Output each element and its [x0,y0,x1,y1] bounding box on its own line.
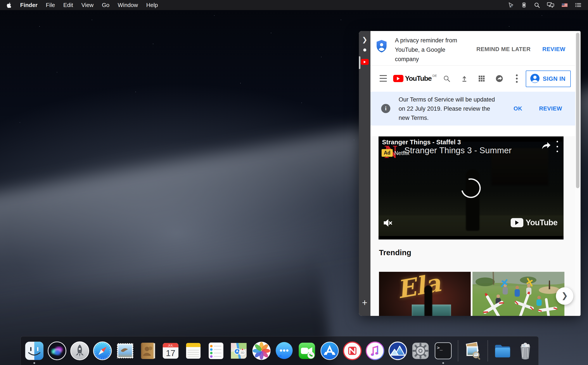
reminders-icon [206,341,226,361]
search-icon[interactable] [443,75,451,83]
dock-item-calendar[interactable]: JUL17 [161,341,181,361]
input-source-flag-icon[interactable] [561,3,568,8]
hamburger-icon[interactable] [380,75,387,82]
facetime-icon [297,341,317,361]
dock-item-app-store[interactable] [319,341,340,361]
youtube-play-icon [393,75,404,82]
dock-item-downloads-folder[interactable] [493,341,513,361]
muted-speaker-icon[interactable] [383,218,393,229]
privacy-banner: A privacy reminder from YouTube, a Googl… [370,31,575,65]
tab-dot[interactable] [363,49,366,51]
battery-icon[interactable] [521,2,527,8]
dock-item-siri[interactable] [47,341,67,361]
dock-item-itunes[interactable] [365,341,385,361]
silhouette-shape [425,285,432,316]
menu-item-help[interactable]: Help [142,2,162,8]
avatar-icon [530,74,540,84]
youtube-play-icon [511,218,523,227]
dock-item-notes[interactable] [183,341,203,361]
panel-scrollbar [575,31,581,316]
menu-item-view[interactable]: View [77,2,98,8]
downloads-folder-icon [493,341,513,361]
airplanes-artwork [473,272,564,316]
menu-item-app-name[interactable]: Finder [16,2,42,8]
youtube-watermark[interactable]: YouTube [511,218,557,227]
dock: JUL173D>_ [21,336,539,365]
messages-icon[interactable] [495,75,503,83]
share-icon[interactable] [541,141,551,150]
menu-item-go[interactable]: Go [98,2,113,8]
terminal-icon: >_ [433,341,453,361]
add-tab-button[interactable]: + [359,298,370,308]
video-thumbnail-airplanes[interactable] [473,272,564,316]
dock-item-safari[interactable] [92,341,113,361]
dock-item-system-preferences[interactable] [411,341,431,361]
contacts-icon [138,341,158,361]
dock-item-photos[interactable] [251,341,271,361]
terms-ok-button[interactable]: OK [514,105,522,112]
menu-item-window[interactable]: Window [113,2,142,8]
trash-icon [515,341,535,361]
apps-grid-icon[interactable] [478,75,486,83]
privacy-review-button[interactable]: REVIEW [542,46,566,53]
dock-item-reminders[interactable] [206,341,226,361]
photos-icon [251,341,271,361]
active-tab-indicator [359,56,360,69]
scrollbar-thumb[interactable] [576,33,580,188]
youtube-tab[interactable] [361,59,369,65]
dock-item-contacts[interactable] [138,341,158,361]
youtube-logo[interactable]: YouTube DE [393,74,437,83]
remind-me-later-button[interactable]: REMIND ME LATER [476,46,531,53]
terms-notice: i Our Terms of Service will be updated o… [370,92,575,126]
pointer-icon[interactable] [508,2,514,8]
dock-item-mail[interactable] [115,341,135,361]
dock-separator [488,340,488,362]
news-icon [342,341,362,361]
ad-badge: Ad [382,149,393,157]
upload-icon[interactable] [460,75,468,83]
panel-content: A privacy reminder from YouTube, a Googl… [370,31,575,316]
system-preferences-icon [411,341,431,361]
video-player[interactable]: Stranger Things - Staffel 3 N Ad Netflix… [379,136,564,239]
carousel-next-button[interactable]: ❯ [556,287,573,305]
menu-item-edit[interactable]: Edit [59,2,77,8]
dock-item-news[interactable] [342,341,362,361]
info-icon: i [381,104,390,113]
more-vertical-icon[interactable] [513,75,521,83]
displays-icon[interactable] [547,2,554,8]
notification-list-icon[interactable] [575,2,581,8]
app-store-icon [319,341,340,361]
calendar-icon: JUL17 [161,341,181,361]
collapse-panel-button[interactable]: ❯ [359,36,370,43]
advertiser-label: Netflix [394,150,409,156]
dock-item-mountain-app[interactable] [388,341,408,361]
dock-item-facetime[interactable] [297,341,317,361]
dock-item-preview[interactable] [463,341,483,361]
dock-item-trash[interactable] [515,341,535,361]
trending-heading: Trending [379,248,411,257]
terms-review-button[interactable]: REVIEW [539,105,562,112]
video-thumbnail-ela[interactable]: Ela [379,272,471,316]
sign-in-button[interactable]: SIGN IN [526,70,571,87]
dock-item-launchpad[interactable] [70,341,90,361]
svg-text:>_: >_ [437,345,443,350]
spotlight-icon[interactable] [534,2,540,8]
running-indicator-dot [442,362,444,364]
svg-text:JUL: JUL [168,344,173,347]
dock-item-finder[interactable] [24,341,44,361]
feed-area: Stranger Things - Staffel 3 N Ad Netflix… [370,126,575,316]
finder-icon [24,341,44,361]
menu-bar: Finder FileEditViewGoWindowHelp [0,0,588,10]
menu-item-file[interactable]: File [42,2,59,8]
dock-item-messages[interactable] [274,341,294,361]
itunes-icon [365,341,385,361]
messages-icon [274,341,294,361]
player-more-icon[interactable] [557,141,558,152]
ela-artwork-text: Ela [395,272,443,304]
launchpad-icon [70,341,90,361]
dock-item-terminal[interactable]: >_ [433,341,453,361]
privacy-shield-icon [376,40,387,54]
dock-item-maps[interactable]: 3D [229,341,249,361]
apple-menu-icon[interactable] [7,2,11,8]
sidebar-strip: ❯ + [359,31,370,316]
